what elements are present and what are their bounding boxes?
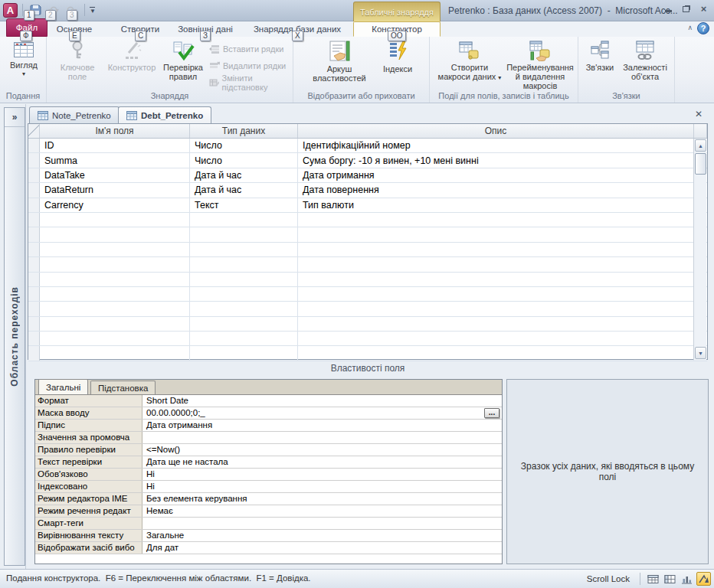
builder-ellipsis-button[interactable]: ... bbox=[484, 408, 499, 418]
pivottable-view-button[interactable] bbox=[663, 572, 677, 586]
navigation-pane-collapsed[interactable]: » Область переходів bbox=[4, 107, 25, 566]
collapse-ribbon-icon[interactable]: ∧ bbox=[687, 24, 693, 31]
tab-general[interactable]: Загальні bbox=[38, 379, 88, 394]
property-value[interactable]: 00.00.0000;0;_ bbox=[142, 407, 502, 419]
minimize-button[interactable] bbox=[663, 4, 674, 14]
property-row[interactable]: Маска вводу00.00.0000;0;_... bbox=[35, 407, 502, 420]
doc-tab-debt-petrenko[interactable]: Debt_Petrenko bbox=[118, 106, 211, 123]
primary-key-button[interactable]: Ключове поле bbox=[51, 40, 104, 81]
description-cell[interactable]: Тип валюти bbox=[298, 198, 694, 212]
vertical-scrollbar[interactable]: ▲ ▼ bbox=[693, 139, 706, 360]
field-name-cell[interactable]: ID bbox=[40, 139, 190, 152]
data-type-cell[interactable]: Текст bbox=[190, 198, 298, 212]
empty-field-row[interactable] bbox=[28, 257, 707, 272]
property-row[interactable]: Вирівнювання текстуЗагальне bbox=[35, 530, 502, 542]
property-row[interactable]: Значення за промовча bbox=[35, 432, 502, 444]
row-selector[interactable] bbox=[28, 153, 40, 167]
help-icon[interactable]: ? bbox=[697, 22, 709, 34]
property-row[interactable]: ІндексованоНі bbox=[35, 481, 502, 493]
field-name-cell[interactable]: DataTake bbox=[40, 168, 190, 182]
empty-field-row[interactable] bbox=[28, 302, 707, 316]
data-type-cell[interactable]: Дата й час bbox=[190, 183, 298, 197]
data-type-cell[interactable]: Число bbox=[190, 139, 298, 152]
empty-field-row[interactable] bbox=[28, 213, 707, 227]
property-value[interactable]: Немає bbox=[142, 505, 502, 517]
keytip-create: C bbox=[135, 31, 146, 41]
row-selector[interactable] bbox=[28, 183, 40, 197]
property-value[interactable] bbox=[142, 518, 502, 529]
field-row[interactable]: Summa Число Сума боргу: -10 я винен, +10… bbox=[28, 153, 707, 168]
field-row[interactable]: DataReturn Дата й час Дата повернення bbox=[28, 183, 707, 198]
description-cell[interactable]: Сума боргу: -10 я винен, +10 мені винні bbox=[298, 153, 694, 167]
property-value[interactable]: Short Date bbox=[142, 395, 502, 407]
empty-field-row[interactable] bbox=[28, 243, 707, 257]
empty-field-row[interactable] bbox=[28, 287, 707, 302]
property-value[interactable]: Для дат bbox=[142, 542, 502, 554]
property-row[interactable]: Текст перевіркиДата ще не настала bbox=[35, 456, 502, 469]
property-row[interactable]: Правило перевірки<=Now() bbox=[35, 444, 502, 456]
data-type-cell[interactable]: Число bbox=[190, 153, 298, 167]
property-row[interactable]: Смарт-теги bbox=[35, 518, 502, 530]
property-row[interactable]: Обов'язковоНі bbox=[35, 469, 502, 481]
scroll-up-icon[interactable]: ▲ bbox=[695, 139, 706, 152]
field-name-cell[interactable]: Carrency bbox=[40, 198, 190, 212]
close-document-icon[interactable]: ✕ bbox=[693, 108, 705, 120]
doc-tab-note-petrenko[interactable]: Note_Petrenko bbox=[29, 106, 120, 123]
rename-delete-macro-button[interactable]: Перейменування й видалення макросів bbox=[503, 40, 577, 90]
property-row[interactable]: ФорматShort Date bbox=[35, 395, 502, 407]
field-name-cell[interactable]: Summa bbox=[40, 153, 190, 167]
datasheet-view-button[interactable] bbox=[646, 572, 660, 586]
property-value[interactable]: Ні bbox=[142, 481, 502, 492]
description-cell[interactable]: Дата повернення bbox=[298, 183, 694, 197]
tab-lookup[interactable]: Підстановка bbox=[90, 381, 156, 394]
restore-button[interactable] bbox=[680, 4, 692, 14]
field-row[interactable]: DataTake Дата й час Дата отримання bbox=[28, 168, 707, 183]
property-value[interactable]: Без елемента керування bbox=[142, 493, 502, 505]
row-selector[interactable] bbox=[28, 168, 40, 182]
property-row[interactable]: Відображати засіб вибоДля дат bbox=[35, 542, 502, 554]
delete-rows-button[interactable]: Видалити рядки bbox=[209, 58, 286, 74]
description-cell[interactable]: Ідентифікаційний номер bbox=[298, 139, 694, 152]
field-row[interactable]: ID Число Ідентифікаційний номер bbox=[28, 139, 707, 153]
test-validation-rules-button[interactable]: Перевірка правил bbox=[160, 40, 206, 81]
keytip-redo: 3 bbox=[67, 10, 77, 21]
property-value[interactable]: Ні bbox=[142, 469, 502, 480]
data-type-cell[interactable]: Дата й час bbox=[190, 168, 298, 182]
property-value[interactable]: Дата ще не настала bbox=[142, 456, 502, 468]
property-value[interactable]: <=Now() bbox=[142, 444, 502, 456]
customize-qat-button[interactable]: ▼ bbox=[90, 7, 96, 13]
create-data-macros-button[interactable]: Створити макроси даних ▾ bbox=[434, 40, 505, 83]
property-value[interactable]: Дата отримання bbox=[142, 420, 502, 431]
builder-button-ribbon[interactable]: Конструктор bbox=[105, 40, 159, 72]
property-row[interactable]: Режим речення редактНемає bbox=[35, 505, 502, 518]
empty-field-row[interactable] bbox=[28, 227, 707, 242]
scrollbar-thumb[interactable] bbox=[695, 153, 706, 175]
empty-field-row[interactable] bbox=[28, 332, 707, 346]
property-row[interactable]: ПідписДата отримання bbox=[35, 420, 502, 432]
empty-field-row[interactable] bbox=[28, 346, 707, 361]
field-row[interactable]: Carrency Текст Тип валюти bbox=[28, 198, 707, 213]
view-button[interactable]: Вигляд ▾ bbox=[7, 41, 41, 79]
property-sheet-button[interactable]: Аркуш властивостей bbox=[304, 40, 375, 83]
access-app-icon[interactable]: A bbox=[3, 3, 18, 18]
object-dependencies-button[interactable]: Залежності об'єкта bbox=[618, 40, 672, 81]
relationships-button[interactable]: Зв'язки bbox=[581, 40, 618, 72]
field-name-cell[interactable]: DataReturn bbox=[40, 183, 190, 197]
close-button[interactable]: × bbox=[698, 4, 709, 14]
modify-lookups-button[interactable]: Змінити підстановку bbox=[209, 75, 293, 90]
row-selector[interactable] bbox=[28, 139, 40, 152]
scroll-down-icon[interactable]: ▼ bbox=[695, 347, 706, 359]
design-view-button[interactable] bbox=[696, 572, 711, 586]
property-value[interactable] bbox=[142, 432, 502, 443]
keytip-file: Ф bbox=[20, 31, 32, 41]
insert-rows-button[interactable]: Вставити рядки bbox=[209, 41, 283, 57]
property-row[interactable]: Режим редактора IMEБез елемента керуванн… bbox=[35, 493, 502, 505]
open-navigation-pane-button[interactable]: » bbox=[5, 108, 25, 127]
pivotchart-view-button[interactable] bbox=[680, 572, 694, 586]
description-cell[interactable]: Дата отримання bbox=[298, 168, 694, 182]
empty-field-row[interactable] bbox=[28, 317, 707, 332]
property-value[interactable]: Загальне bbox=[142, 530, 502, 541]
row-selector[interactable] bbox=[28, 198, 40, 212]
empty-field-row[interactable] bbox=[28, 273, 707, 287]
indexes-button[interactable]: Індекси bbox=[376, 40, 419, 74]
